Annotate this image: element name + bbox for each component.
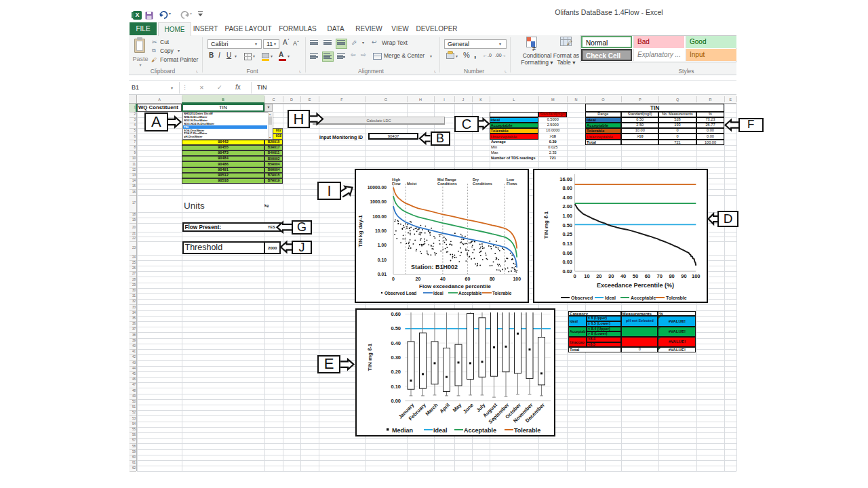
svg-text:70: 70 xyxy=(657,273,663,279)
svg-text:March: March xyxy=(424,402,439,417)
svg-text:Observed Load: Observed Load xyxy=(384,291,416,296)
svg-text:100: 100 xyxy=(513,277,521,281)
svg-text:80: 80 xyxy=(490,277,495,281)
svg-text:0.10: 0.10 xyxy=(378,258,387,262)
svg-text:0: 0 xyxy=(392,277,395,281)
svg-text:Median: Median xyxy=(392,427,413,434)
svg-text:0.50: 0.50 xyxy=(391,325,401,331)
svg-text:0.00: 0.00 xyxy=(391,398,401,404)
svg-text:2.00: 2.00 xyxy=(562,203,572,209)
svg-text:90: 90 xyxy=(681,273,686,279)
svg-text:80: 80 xyxy=(669,273,674,279)
svg-text:10: 10 xyxy=(584,273,589,279)
svg-text:0.30: 0.30 xyxy=(391,354,401,361)
svg-text:Observed: Observed xyxy=(571,296,593,300)
svg-text:0.10: 0.10 xyxy=(391,384,401,390)
svg-text:Acceptable: Acceptable xyxy=(464,427,496,434)
svg-text:20: 20 xyxy=(416,277,421,281)
svg-text:0.13: 0.13 xyxy=(562,241,572,247)
svg-text:TIN kg day-1: TIN kg day-1 xyxy=(357,215,363,247)
svg-text:0.06: 0.06 xyxy=(562,250,572,256)
svg-text:60: 60 xyxy=(465,277,471,281)
svg-text:Acceptable: Acceptable xyxy=(631,296,656,301)
svg-text:100.00: 100.00 xyxy=(372,214,387,219)
svg-text:Conditions: Conditions xyxy=(437,182,457,186)
svg-text:0.60: 0.60 xyxy=(391,311,401,317)
svg-text:Acceptable: Acceptable xyxy=(458,291,482,296)
svg-text:June: June xyxy=(462,402,475,415)
svg-text:0.01: 0.01 xyxy=(378,272,387,277)
svg-text:50: 50 xyxy=(633,273,638,279)
svg-text:0.50: 0.50 xyxy=(562,222,572,228)
svg-text:Tolerable: Tolerable xyxy=(492,291,512,296)
svg-text:Flows: Flows xyxy=(507,182,517,186)
svg-text:60: 60 xyxy=(645,273,650,279)
svg-text:30: 30 xyxy=(608,273,614,279)
svg-text:0.40: 0.40 xyxy=(391,340,401,346)
svg-text:40: 40 xyxy=(440,277,446,281)
svg-text:April: April xyxy=(438,402,450,414)
svg-text:Ideal: Ideal xyxy=(433,291,443,296)
svg-text:Flow: Flow xyxy=(392,182,401,186)
svg-text:20: 20 xyxy=(596,273,601,279)
svg-text:TIN mg ℓ-1: TIN mg ℓ-1 xyxy=(367,343,373,371)
svg-text:4.00: 4.00 xyxy=(562,195,572,201)
svg-text:Flow exceedance percentile: Flow exceedance percentile xyxy=(419,283,491,289)
svg-text:0: 0 xyxy=(574,273,576,279)
svg-text:0.02: 0.02 xyxy=(562,268,572,274)
svg-text:May: May xyxy=(452,401,463,413)
svg-text:0.25: 0.25 xyxy=(562,231,572,237)
svg-text:Ideal: Ideal xyxy=(605,296,616,300)
svg-text:10.00: 10.00 xyxy=(375,228,387,233)
svg-text:Exceedance Percentile (%): Exceedance Percentile (%) xyxy=(597,282,674,289)
svg-text:TIN mg ℓ-1: TIN mg ℓ-1 xyxy=(543,211,549,239)
svg-text:1000.00: 1000.00 xyxy=(370,199,387,204)
svg-text:100: 100 xyxy=(692,273,701,279)
svg-text:1.00: 1.00 xyxy=(562,213,572,219)
svg-text:Moist: Moist xyxy=(407,182,417,186)
svg-text:16.00: 16.00 xyxy=(559,176,572,182)
svg-text:Station: B1H002: Station: B1H002 xyxy=(411,264,458,270)
svg-text:1.00: 1.00 xyxy=(378,243,387,247)
svg-text:0.03: 0.03 xyxy=(562,259,572,265)
svg-text:0.20: 0.20 xyxy=(391,369,401,375)
svg-text:Tolerable: Tolerable xyxy=(514,427,540,434)
svg-text:Tolerable: Tolerable xyxy=(666,296,687,300)
svg-text:10000.00: 10000.00 xyxy=(368,185,387,190)
svg-text:Conditions: Conditions xyxy=(473,182,492,186)
svg-text:40: 40 xyxy=(620,273,626,279)
svg-text:8.00: 8.00 xyxy=(562,185,572,191)
svg-text:Ideal: Ideal xyxy=(433,427,448,434)
